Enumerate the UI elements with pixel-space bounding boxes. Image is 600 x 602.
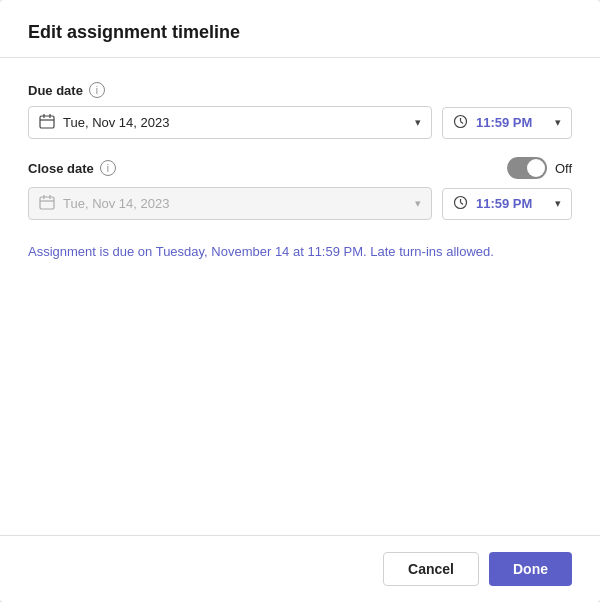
close-time-chevron: ▾ (555, 197, 561, 210)
due-time-picker[interactable]: 11:59 PM ▾ (442, 107, 572, 139)
close-date-value: Tue, Nov 14, 2023 (63, 196, 407, 211)
close-date-info-icon[interactable]: i (100, 160, 116, 176)
due-time-chevron: ▾ (555, 116, 561, 129)
dialog-body: Due date i Tue, Nov 14, 2023 ▾ (0, 58, 600, 398)
close-date-label: Close date (28, 161, 94, 176)
dialog-header: Edit assignment timeline (0, 0, 600, 58)
close-time-value: 11:59 PM (476, 196, 547, 211)
due-date-chevron: ▾ (415, 116, 421, 129)
calendar-icon-close (39, 194, 55, 213)
close-time-picker[interactable]: 11:59 PM ▾ (442, 188, 572, 220)
close-date-input-row: Tue, Nov 14, 2023 ▾ 11:59 PM ▾ (28, 187, 572, 220)
close-date-chevron: ▾ (415, 197, 421, 210)
clock-icon-close (453, 195, 468, 213)
cancel-button[interactable]: Cancel (383, 552, 479, 586)
due-date-input-row: Tue, Nov 14, 2023 ▾ 11:59 PM ▾ (28, 106, 572, 139)
due-date-info-icon[interactable]: i (89, 82, 105, 98)
toggle-thumb (527, 159, 545, 177)
svg-rect-7 (40, 197, 54, 209)
close-date-picker[interactable]: Tue, Nov 14, 2023 ▾ (28, 187, 432, 220)
edit-timeline-dialog: Edit assignment timeline Due date i (0, 0, 600, 602)
dialog-title: Edit assignment timeline (28, 22, 240, 42)
svg-rect-0 (40, 116, 54, 128)
due-date-value: Tue, Nov 14, 2023 (63, 115, 407, 130)
close-date-label-row: Close date i Off (28, 157, 572, 179)
close-date-toggle-container: Off (507, 157, 572, 179)
due-date-section: Due date i Tue, Nov 14, 2023 ▾ (28, 82, 572, 139)
due-time-value: 11:59 PM (476, 115, 547, 130)
calendar-icon-due (39, 113, 55, 132)
assignment-summary: Assignment is due on Tuesday, November 1… (28, 242, 572, 262)
toggle-state-label: Off (555, 161, 572, 176)
due-date-label: Due date (28, 83, 83, 98)
done-button[interactable]: Done (489, 552, 572, 586)
svg-line-13 (461, 202, 464, 204)
due-date-label-row: Due date i (28, 82, 572, 98)
close-date-section: Close date i Off (28, 157, 572, 220)
svg-line-6 (461, 121, 464, 123)
due-date-picker[interactable]: Tue, Nov 14, 2023 ▾ (28, 106, 432, 139)
close-date-toggle[interactable] (507, 157, 547, 179)
dialog-footer: Cancel Done (0, 535, 600, 602)
clock-icon-due (453, 114, 468, 132)
